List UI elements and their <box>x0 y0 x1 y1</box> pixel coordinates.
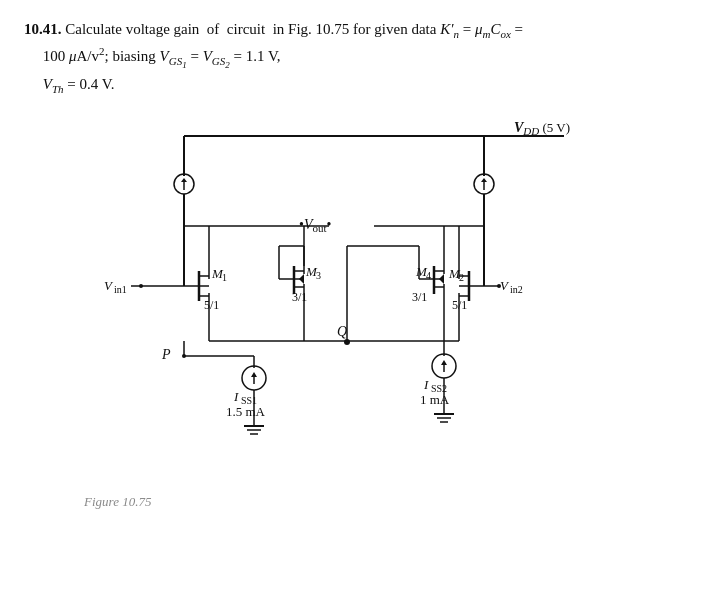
svg-marker-4 <box>181 178 187 182</box>
svg-text:3/1: 3/1 <box>412 290 427 304</box>
figure-caption: Figure 10.75 <box>84 494 685 510</box>
circuit-svg: VDD (5 V) •Vout• <box>84 116 664 481</box>
problem-text: 10.41. Calculate voltage gain of circuit… <box>24 18 685 98</box>
svg-text:3/1: 3/1 <box>292 290 307 304</box>
svg-text:5/1: 5/1 <box>204 298 219 312</box>
problem-number: 10.41. <box>24 21 62 37</box>
svg-text:Q: Q <box>337 324 347 339</box>
svg-text:4: 4 <box>426 270 431 281</box>
svg-text:in2: in2 <box>510 284 523 295</box>
svg-text:in1: in1 <box>114 284 127 295</box>
svg-text:1.5 mA: 1.5 mA <box>226 404 266 419</box>
svg-text:VDD (5 V): VDD (5 V) <box>514 120 570 137</box>
svg-marker-8 <box>481 178 487 182</box>
svg-text:P: P <box>161 347 171 362</box>
svg-text:I: I <box>233 389 239 404</box>
svg-point-84 <box>497 284 501 288</box>
svg-point-32 <box>139 284 143 288</box>
svg-text:V: V <box>500 278 510 293</box>
page-content: 10.41. Calculate voltage gain of circuit… <box>0 0 709 520</box>
svg-text:2: 2 <box>459 272 464 283</box>
svg-marker-44 <box>299 274 304 284</box>
svg-text:V: V <box>104 278 114 293</box>
svg-text:3: 3 <box>316 270 321 281</box>
figure-container: VDD (5 V) •Vout• <box>84 116 664 486</box>
svg-text:I: I <box>423 377 429 392</box>
svg-text:1: 1 <box>222 272 227 283</box>
svg-text:1 mA: 1 mA <box>420 392 450 407</box>
svg-marker-65 <box>439 274 444 284</box>
